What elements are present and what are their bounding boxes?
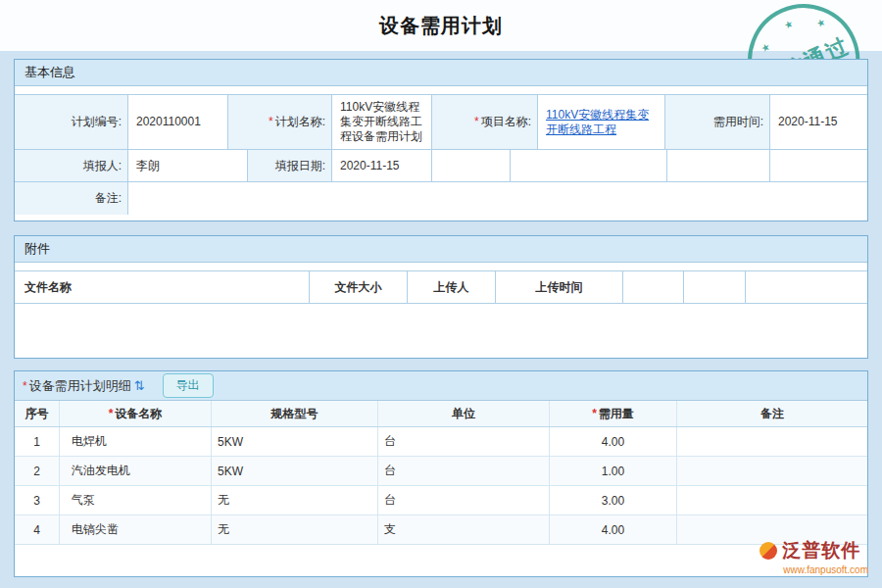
cell-index: 2 — [15, 457, 60, 485]
plan-no-label: 计划编号: — [15, 95, 128, 150]
basic-info-row-3: 备注: — [15, 182, 867, 215]
label-text: 计划名称: — [275, 115, 325, 129]
attachments-table-header: 文件名称 文件大小 上传人 上传时间 — [15, 270, 867, 304]
plan-no-value: 2020110001 — [128, 95, 228, 150]
empty-cell — [511, 150, 667, 182]
label-text: 计划编号: — [72, 115, 122, 129]
value-text: 李朗 — [136, 159, 160, 173]
col-spec-model: 规格型号 — [212, 401, 378, 426]
column-label: 序号 — [25, 406, 49, 422]
cell-index: 1 — [15, 427, 60, 456]
required-icon: * — [269, 115, 273, 129]
cell-unit: 台 — [378, 427, 550, 456]
cell-spec-model: 无 — [212, 515, 378, 544]
cell-quantity: 3.00 — [550, 486, 677, 514]
cell-quantity: 4.00 — [550, 427, 677, 456]
export-button[interactable]: 导出 — [163, 373, 214, 398]
column-label: 上传人 — [434, 279, 469, 296]
report-date-value: 2020-11-15 — [332, 150, 432, 182]
value-text: 2020110001 — [136, 115, 201, 129]
cell-spec-model: 无 — [212, 486, 378, 514]
attachments-header: 附件 — [15, 236, 867, 263]
empty-cell — [770, 150, 867, 182]
col-remark: 备注 — [677, 401, 867, 426]
label-text: 备注: — [95, 191, 122, 206]
plan-name-label: *计划名称: — [228, 95, 332, 150]
plan-name-value: 110kV安徽线程集变开断线路工程设备需用计划 — [332, 95, 432, 150]
table-row: 3 气泵 无 台 3.00 — [15, 486, 867, 515]
cell-spec-model: 5KW — [212, 457, 378, 485]
col-file-size: 文件大小 — [310, 271, 408, 303]
details-table-header: 序号 *设备名称 规格型号 单位 *需用量 备注 — [15, 401, 867, 427]
cell-index: 4 — [15, 515, 60, 544]
column-label: 单位 — [452, 406, 475, 422]
cell-unit: 台 — [378, 457, 550, 485]
label-text: 项目名称: — [481, 115, 531, 129]
cell-spec-model: 5KW — [212, 427, 378, 456]
empty-cell — [684, 271, 746, 303]
fanpu-logo-icon — [760, 542, 777, 560]
basic-info-row-1: 计划编号: 2020110001 *计划名称: 110kV安徽线程集变开断线路工… — [15, 95, 867, 150]
reporter-label: 填报人: — [15, 150, 128, 182]
table-row: 4 电镐尖凿 无 支 4.00 — [15, 515, 867, 545]
table-row: 1 电焊机 5KW 台 4.00 — [15, 427, 867, 457]
col-index: 序号 — [15, 401, 60, 426]
column-label: 需用量 — [599, 406, 634, 422]
cell-equipment-name: 电镐尖凿 — [60, 515, 212, 544]
basic-info-header: 基本信息 — [15, 60, 867, 86]
report-date-label: 填报日期: — [248, 150, 332, 182]
cell-equipment-name: 汽油发电机 — [60, 457, 212, 485]
cell-quantity: 1.00 — [550, 457, 677, 485]
col-unit: 单位 — [378, 401, 550, 426]
basic-info-panel: 基本信息 计划编号: 2020110001 *计划名称: 110kV安徽线程集变… — [14, 59, 868, 221]
remark-label: 备注: — [15, 182, 128, 215]
empty-cell — [623, 271, 684, 303]
attachments-panel: 附件 文件名称 文件大小 上传人 上传时间 — [14, 235, 868, 359]
required-icon: * — [474, 115, 479, 129]
basic-info-grid: 计划编号: 2020110001 *计划名称: 110kV安徽线程集变开断线路工… — [15, 94, 867, 215]
cell-equipment-name: 气泵 — [60, 486, 212, 514]
column-label: 文件名称 — [24, 279, 72, 296]
empty-cell — [746, 271, 867, 303]
cell-equipment-name: 电焊机 — [60, 427, 212, 456]
cell-index: 3 — [15, 486, 60, 514]
brand-url: www.fanpusoft.com — [783, 564, 868, 575]
project-name-label: *项目名称: — [432, 95, 538, 150]
label-text: 需用时间: — [713, 115, 763, 129]
column-label: 备注 — [760, 406, 784, 422]
reporter-value: 李朗 — [128, 150, 248, 182]
brand-line: 泛普软件 — [760, 538, 868, 564]
cell-quantity: 4.00 — [550, 515, 677, 544]
column-label: 上传时间 — [536, 279, 583, 296]
column-label: 文件大小 — [335, 279, 382, 296]
cell-remark — [677, 486, 867, 514]
column-label: 规格型号 — [271, 406, 318, 422]
required-icon: * — [109, 407, 114, 420]
table-row: 2 汽油发电机 5KW 台 1.00 — [15, 457, 867, 486]
required-icon: * — [592, 407, 597, 420]
cell-remark — [677, 457, 867, 485]
value-text: 2020-11-15 — [340, 159, 400, 173]
basic-info-row-2: 填报人: 李朗 填报日期: 2020-11-15 — [15, 150, 867, 182]
remark-value — [128, 182, 867, 215]
project-link[interactable]: 110kV安徽线程集变开断线路工程 — [546, 108, 659, 137]
col-quantity: *需用量 — [550, 401, 677, 426]
value-text: 2020-11-15 — [778, 115, 838, 129]
empty-cell — [667, 150, 770, 182]
col-equipment-name: *设备名称 — [60, 401, 212, 426]
details-panel: * 设备需用计划明细 ⇅ 导出 序号 *设备名称 规格型号 单位 *需用量 备注… — [14, 370, 868, 577]
cell-unit: 台 — [378, 486, 550, 514]
sort-icon[interactable]: ⇅ — [134, 378, 145, 393]
footer-brand: 泛普软件 www.fanpusoft.com — [760, 538, 868, 575]
label-text: 填报日期: — [275, 159, 325, 173]
col-uploader: 上传人 — [408, 271, 496, 303]
page-title: 设备需用计划 — [0, 13, 882, 39]
empty-cell — [432, 150, 511, 182]
col-file-name: 文件名称 — [15, 271, 310, 303]
need-date-value: 2020-11-15 — [770, 95, 867, 150]
col-upload-time: 上传时间 — [496, 271, 623, 303]
project-name-value: 110kV安徽线程集变开断线路工程 — [538, 95, 665, 150]
required-icon: * — [23, 379, 27, 393]
value-text: 110kV安徽线程集变开断线路工程设备需用计划 — [340, 100, 425, 144]
cell-remark — [677, 427, 867, 456]
